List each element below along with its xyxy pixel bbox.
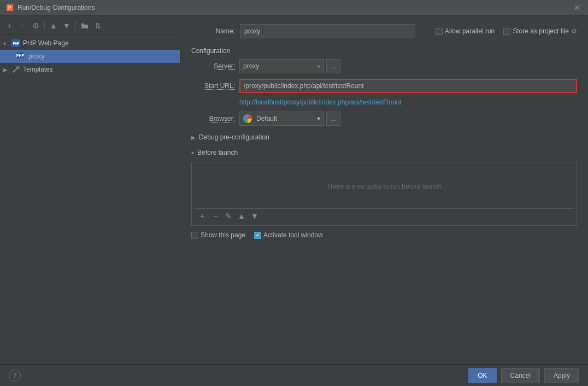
browser-row: Browser: Default ▾ ... — [191, 112, 577, 126]
start-url-label: Start URL: — [191, 82, 235, 90]
debug-pre-arrow: ▶ — [191, 134, 196, 141]
toolbar-sep-2 — [75, 21, 76, 30]
before-launch-up[interactable]: ▲ — [236, 210, 248, 222]
tree-item-proxy[interactable]: PHP proxy — [0, 50, 180, 63]
footer: ? OK Cancel Apply — [0, 364, 588, 386]
before-launch-arrow: ▾ — [191, 150, 194, 156]
before-launch-toolbar: + − ✎ ▲ ▼ — [194, 208, 574, 223]
allow-parallel-checkbox[interactable] — [436, 28, 443, 35]
sidebar: + − ⚙ ▲ ▼ ⇅ ▾ — [0, 15, 180, 364]
before-launch-edit[interactable]: ✎ — [222, 210, 234, 222]
titlebar: P Run/Debug Configurations ✕ — [0, 0, 588, 15]
templates-arrow: ▶ — [3, 67, 11, 73]
header-options: Allow parallel run Store as project file… — [436, 27, 577, 35]
before-launch-section: There are no tasks to run before launch … — [191, 162, 577, 226]
server-select-wrapper: proxy ▾ ... — [239, 59, 340, 73]
server-row: Server: proxy ▾ ... — [191, 59, 577, 73]
name-input[interactable] — [240, 24, 415, 38]
store-project-checkbox[interactable] — [503, 28, 510, 35]
proxy-config-icon: PHP — [16, 52, 26, 61]
activate-tool-checkbox[interactable] — [254, 232, 261, 239]
before-launch-down[interactable]: ▼ — [249, 210, 261, 222]
store-gear-icon: ⚙ — [571, 27, 577, 35]
browser-label: Browser: — [191, 115, 235, 122]
move-down-button[interactable]: ▼ — [61, 20, 73, 32]
server-label: Server: — [191, 62, 235, 70]
name-label: Name: — [191, 27, 235, 35]
proxy-label: proxy — [28, 52, 44, 60]
server-select[interactable]: proxy ▾ — [239, 59, 324, 73]
name-row: Name: Allow parallel run Store as projec… — [191, 24, 577, 38]
php-web-page-label: PHP Web Page — [23, 39, 69, 47]
sidebar-toolbar: + − ⚙ ▲ ▼ ⇅ — [0, 17, 180, 34]
templates-label: Templates — [23, 66, 53, 73]
server-arrow: ▾ — [317, 63, 320, 69]
activate-tool-wrapper[interactable]: Activate tool window — [254, 231, 323, 239]
config-section-title: Configuration — [191, 47, 577, 55]
toolbar-sep-1 — [44, 21, 45, 30]
collapse-arrow: ▾ — [3, 40, 11, 46]
php-web-page-icon: PHP — [11, 39, 21, 48]
start-url-row: Start URL: — [191, 79, 577, 93]
before-launch-remove[interactable]: − — [209, 210, 221, 222]
svg-text:P: P — [8, 5, 11, 10]
tree-group-php-web-page[interactable]: ▾ PHP PHP Web Page — [0, 37, 180, 50]
window-title: Run/Debug Configurations — [17, 4, 572, 11]
server-more-button[interactable]: ... — [326, 59, 340, 73]
sort-button[interactable]: ⇅ — [92, 20, 104, 32]
before-launch-add[interactable]: + — [196, 210, 208, 222]
browser-more-button[interactable]: ... — [326, 112, 340, 126]
close-button[interactable]: ✕ — [572, 2, 583, 13]
tree-group-templates[interactable]: ▶ Templates — [0, 63, 180, 76]
chrome-icon — [243, 114, 252, 123]
full-url-row: http://localhost/proxy/public/index.php/… — [191, 98, 577, 106]
store-project-wrapper: Store as project file ⚙ — [503, 27, 577, 35]
browser-arrow: ▾ — [317, 115, 320, 122]
add-config-button[interactable]: + — [3, 20, 15, 32]
start-url-input[interactable] — [239, 79, 577, 93]
remove-config-button[interactable]: − — [16, 20, 28, 32]
move-up-button[interactable]: ▲ — [48, 20, 60, 32]
app-icon: P — [5, 3, 14, 12]
allow-parallel-wrapper[interactable]: Allow parallel run — [436, 27, 495, 35]
server-value: proxy — [243, 62, 259, 70]
browser-select[interactable]: Default ▾ — [239, 112, 324, 126]
cancel-button[interactable]: Cancel — [501, 368, 540, 383]
activate-tool-label: Activate tool window — [263, 231, 323, 239]
allow-parallel-label: Allow parallel run — [445, 27, 495, 35]
show-page-checkbox[interactable] — [191, 232, 198, 239]
help-button[interactable]: ? — [9, 370, 21, 382]
apply-button[interactable]: Apply — [544, 368, 579, 383]
content-area: Name: Allow parallel run Store as projec… — [180, 15, 588, 364]
wrench-button[interactable]: ⚙ — [30, 20, 42, 32]
store-project-label: Store as project file — [513, 27, 569, 35]
browser-value: Default — [256, 115, 277, 122]
debug-pre-header[interactable]: ▶ Debug pre-configuration — [191, 131, 577, 143]
ok-button[interactable]: OK — [468, 368, 496, 383]
debug-pre-label: Debug pre-configuration — [199, 133, 269, 141]
folder-button[interactable] — [79, 20, 91, 32]
full-url-link[interactable]: http://localhost/proxy/public/index.php/… — [239, 98, 402, 106]
bottom-options: Show this page Activate tool window — [191, 231, 577, 239]
footer-buttons: OK Cancel Apply — [468, 368, 579, 383]
main-layout: + − ⚙ ▲ ▼ ⇅ ▾ — [0, 15, 588, 364]
before-launch-label: Before launch — [197, 149, 238, 156]
before-launch-header[interactable]: ▾ Before launch — [191, 147, 577, 159]
browser-select-wrapper: Default ▾ ... — [239, 112, 340, 126]
show-page-label: Show this page — [201, 231, 245, 239]
wrench-icon — [11, 65, 21, 74]
before-launch-empty-text: There are no tasks to run before launch — [194, 165, 574, 208]
show-page-wrapper[interactable]: Show this page — [191, 231, 245, 239]
